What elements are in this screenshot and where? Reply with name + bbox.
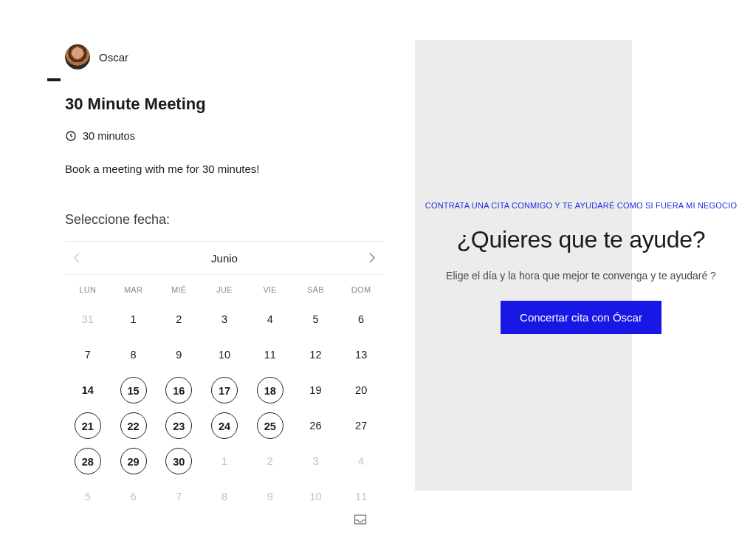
- calendar-day: 10: [293, 479, 339, 514]
- calendar-day: 2: [247, 443, 293, 479]
- clock-icon: [65, 130, 77, 142]
- calendar-day-available[interactable]: 25: [247, 408, 293, 443]
- calendar-day: 8: [111, 337, 157, 372]
- cta-button[interactable]: Concertar cita con Óscar: [501, 301, 662, 334]
- calendar-dow: JUE: [202, 275, 247, 301]
- inbox-icon[interactable]: [353, 513, 368, 529]
- prev-month-button[interactable]: [69, 251, 84, 265]
- calendar-day-available[interactable]: 18: [247, 372, 293, 408]
- calendar-day: 12: [293, 337, 339, 372]
- promo-eyebrow: CONTRATA UNA CITA CONMIGO Y TE AYUDARÉ C…: [417, 201, 745, 210]
- host-avatar: [65, 44, 90, 69]
- calendar-dow: SÁB: [293, 275, 339, 301]
- calendar-day: 27: [338, 408, 384, 443]
- calendar-dow: MAR: [111, 275, 157, 301]
- select-date-label: Seleccione fecha:: [65, 212, 384, 228]
- calendar-day-available[interactable]: 28: [65, 443, 111, 479]
- promo-title: ¿Quieres que te ayude?: [417, 226, 745, 253]
- promo-subtitle: Elige el día y la hora que mejor te conv…: [417, 270, 745, 282]
- calendar-day: 26: [293, 408, 339, 443]
- duration-label: 30 minutos: [83, 130, 135, 142]
- next-month-button[interactable]: [365, 251, 379, 265]
- calendar-day: 19: [293, 372, 339, 408]
- calendar-dow: LUN: [65, 275, 111, 301]
- calendar-month: Junio: [211, 252, 238, 265]
- accent-dash: [47, 78, 61, 81]
- calendar-day-available[interactable]: 29: [111, 443, 157, 479]
- meeting-description: Book a meeting with me for 30 minutes!: [65, 163, 384, 175]
- calendar-day-available[interactable]: 23: [156, 408, 202, 443]
- calendar-day: 4: [338, 443, 384, 479]
- calendar-dow: VIE: [247, 275, 293, 301]
- calendar-day: 9: [247, 479, 293, 514]
- calendar-day: 7: [156, 479, 202, 514]
- calendar-day: 4: [247, 301, 293, 337]
- host-row: Oscar: [65, 44, 384, 69]
- calendar-day: 3: [202, 301, 247, 337]
- calendar-day: 13: [338, 337, 384, 372]
- calendar-day: 6: [111, 479, 157, 514]
- calendar-day: 6: [338, 301, 384, 337]
- calendar-day-available[interactable]: 15: [111, 372, 157, 408]
- calendar-day: 1: [111, 301, 157, 337]
- calendar-day-available[interactable]: 22: [111, 408, 157, 443]
- calendar-day-available[interactable]: 24: [202, 408, 247, 443]
- calendar-day: 3: [293, 443, 339, 479]
- calendar-day: 14: [65, 372, 111, 408]
- calendar-day: 9: [156, 337, 202, 372]
- calendar-day: 20: [338, 372, 384, 408]
- calendar-day-available[interactable]: 17: [202, 372, 247, 408]
- meeting-title: 30 Minute Meeting: [65, 95, 384, 114]
- calendar-day-available[interactable]: 21: [65, 408, 111, 443]
- calendar-day: 10: [202, 337, 247, 372]
- calendar-day: 8: [202, 479, 247, 514]
- calendar-day: 5: [293, 301, 339, 337]
- calendar-day: 7: [65, 337, 111, 372]
- calendar-day: 11: [247, 337, 293, 372]
- calendar: Junio LUNMARMIÉJUEVIESÁBDOM 311234567891…: [65, 241, 384, 514]
- calendar-day: 11: [338, 479, 384, 514]
- calendar-day: 5: [65, 479, 111, 514]
- meeting-duration: 30 minutos: [65, 130, 384, 142]
- calendar-dow: MIÉ: [156, 275, 202, 301]
- calendar-day: 1: [202, 443, 247, 479]
- calendar-day: 31: [65, 301, 111, 337]
- calendar-day: 2: [156, 301, 202, 337]
- calendar-dow: DOM: [338, 275, 384, 301]
- calendar-day-available[interactable]: 30: [156, 443, 202, 479]
- calendar-day-available[interactable]: 16: [156, 372, 202, 408]
- host-name: Oscar: [99, 51, 128, 64]
